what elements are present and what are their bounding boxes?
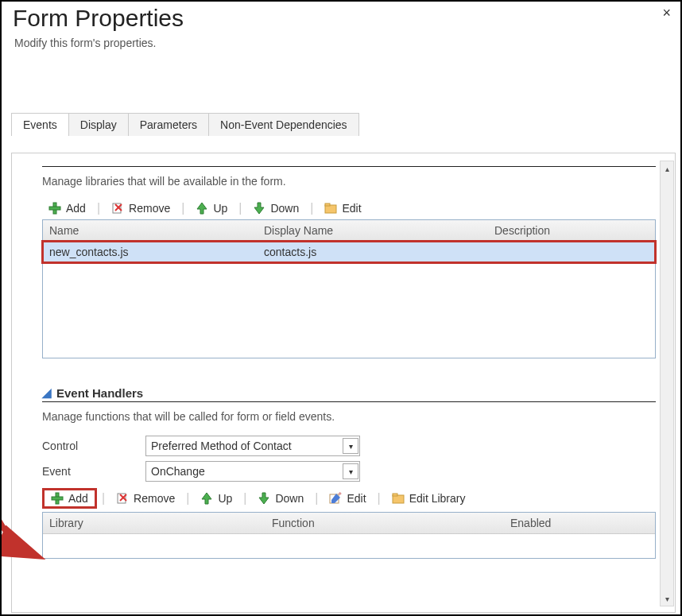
lib-remove-button[interactable]: Remove xyxy=(105,200,176,216)
handler-remove-label: Remove xyxy=(134,492,175,505)
lib-up-button[interactable]: Up xyxy=(189,200,234,216)
control-label: Control xyxy=(42,440,145,452)
collapse-icon[interactable]: ◢ xyxy=(42,385,52,400)
dialog-title: Form Properties xyxy=(13,5,669,32)
event-select[interactable]: OnChange ▾ xyxy=(145,461,360,482)
handler-add-label: Add xyxy=(68,492,88,505)
col-library[interactable]: Library xyxy=(43,513,265,533)
lib-add-button[interactable]: Add xyxy=(42,200,92,216)
cell-display: contacts.js xyxy=(258,242,488,262)
handler-down-button[interactable]: Down xyxy=(251,490,310,506)
events-pane: Manage libraries that will be available … xyxy=(11,153,676,613)
handler-up-button[interactable]: Up xyxy=(194,490,238,506)
handler-edit-label: Edit xyxy=(347,492,366,505)
library-row[interactable]: new_contacts.js contacts.js xyxy=(43,242,655,262)
plus-icon xyxy=(48,202,61,215)
lib-remove-label: Remove xyxy=(129,202,170,215)
vertical-scrollbar[interactable]: ▴ ▾ xyxy=(660,161,674,606)
tab-display[interactable]: Display xyxy=(68,113,129,136)
lib-edit-label: Edit xyxy=(342,202,361,215)
handler-up-label: Up xyxy=(218,492,232,505)
lib-edit-button[interactable]: Edit xyxy=(318,200,367,216)
handlers-grid-body xyxy=(43,534,655,558)
col-name[interactable]: Name xyxy=(43,220,258,241)
handler-edit-library-button[interactable]: Edit Library xyxy=(386,490,472,506)
plus-icon xyxy=(51,492,64,505)
folder-edit-icon xyxy=(324,202,337,215)
control-select[interactable]: Preferred Method of Contact ▾ xyxy=(145,436,360,456)
lib-add-label: Add xyxy=(66,202,86,215)
handler-down-label: Down xyxy=(275,492,304,505)
arrow-up-icon xyxy=(196,202,208,215)
event-select-value: OnChange xyxy=(151,465,205,478)
lib-down-button[interactable]: Down xyxy=(246,200,305,216)
col-function[interactable]: Function xyxy=(265,513,504,533)
cell-name: new_contacts.js xyxy=(43,242,258,262)
col-desc[interactable]: Description xyxy=(488,220,655,241)
tab-strip: Events Display Parameters Non-Event Depe… xyxy=(11,113,680,136)
arrow-up-icon xyxy=(200,492,213,505)
arrow-down-icon xyxy=(258,492,270,505)
handler-edit-button[interactable]: Edit xyxy=(323,490,372,506)
col-enabled[interactable]: Enabled xyxy=(504,513,655,533)
arrow-down-icon xyxy=(253,202,265,215)
close-button[interactable]: × xyxy=(662,5,671,21)
tab-non-event-dependencies[interactable]: Non-Event Dependencies xyxy=(208,113,359,136)
handler-add-button[interactable]: Add xyxy=(45,490,95,506)
tab-events[interactable]: Events xyxy=(11,113,69,136)
handlers-description: Manage functions that will be called for… xyxy=(42,410,656,423)
remove-icon xyxy=(116,492,129,505)
lib-down-label: Down xyxy=(270,202,299,215)
cell-desc xyxy=(488,242,655,262)
libraries-description: Manage libraries that will be available … xyxy=(42,175,656,188)
event-handlers-title: Event Handlers xyxy=(56,386,143,400)
control-select-value: Preferred Method of Contact xyxy=(151,440,292,452)
scroll-down-icon[interactable]: ▾ xyxy=(661,591,673,606)
col-display[interactable]: Display Name xyxy=(258,220,488,241)
handlers-toolbar: Add | Remove | Up | Down | Edit | Edit L… xyxy=(42,488,656,509)
dialog-subtitle: Modify this form's properties. xyxy=(14,37,669,49)
handler-edit-library-label: Edit Library xyxy=(409,492,466,505)
folder-icon xyxy=(392,492,405,505)
libraries-grid-header: Name Display Name Description xyxy=(43,220,655,242)
chevron-down-icon: ▾ xyxy=(343,438,358,454)
event-label: Event xyxy=(42,465,145,478)
tab-parameters[interactable]: Parameters xyxy=(128,113,209,136)
libraries-grid-body xyxy=(43,262,655,358)
handlers-grid-header: Library Function Enabled xyxy=(43,513,655,534)
handler-remove-button[interactable]: Remove xyxy=(110,490,181,506)
scroll-up-icon[interactable]: ▴ xyxy=(661,161,673,176)
chevron-down-icon: ▾ xyxy=(343,463,358,479)
libraries-grid: Name Display Name Description new_contac… xyxy=(42,219,656,358)
remove-icon xyxy=(111,202,124,215)
handlers-grid: Library Function Enabled xyxy=(42,512,656,559)
lib-up-label: Up xyxy=(213,202,227,215)
edit-icon xyxy=(329,492,342,505)
libraries-toolbar: Add | Remove | Up | Down | Edit xyxy=(42,200,656,216)
